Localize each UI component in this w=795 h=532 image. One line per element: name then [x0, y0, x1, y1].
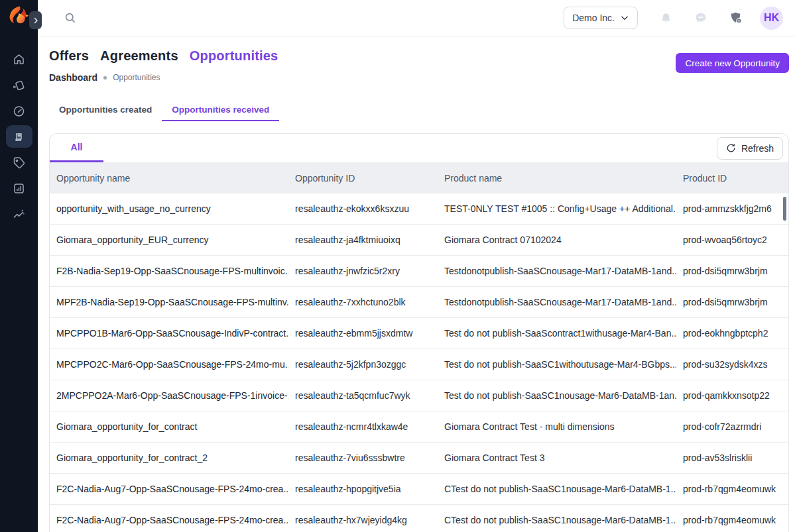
table-cell: MPCPPO2C-Mar6-Opp-SaaSCnousage-FPS-24mo-…: [50, 349, 288, 380]
table-cell: resaleauthz-ncmr4tlxkaw4e: [288, 411, 438, 442]
table-cell: resaleauthz-hpopgitjve5ia: [288, 474, 438, 504]
tab-opportunities-created[interactable]: Opportunities created: [49, 99, 162, 121]
chat-icon: [694, 11, 708, 25]
sidebar-item-pricing[interactable]: [6, 151, 32, 174]
breadcrumb: Dashboard Opportunities: [49, 72, 789, 83]
table-cell: Test do not publish-SaaScontract1withusa…: [438, 318, 676, 348]
admin-button[interactable]: [729, 11, 743, 25]
table-cell: prod-av53slrisklii: [676, 443, 788, 473]
table-cell: opportunity_with_usage_no_currency: [50, 193, 288, 224]
search-icon: [64, 11, 77, 25]
view-tabs: Opportunities created Opportunities rece…: [49, 99, 789, 121]
table-cell: prod-rb7qgm4eomuwk: [676, 505, 788, 532]
table-cell: F2C-Nadia-Aug7-Opp-SaaSCnousage-FPS-24mo…: [50, 505, 288, 532]
refresh-button[interactable]: Refresh: [717, 137, 783, 160]
main-area: Demo Inc.: [38, 0, 795, 532]
page-content: Offers Agreements Opportunities Create n…: [38, 36, 795, 532]
table-cell: resaleauthz-jnwfzic5r2xry: [288, 256, 438, 286]
create-opportunity-button[interactable]: Create new Opportunity: [676, 53, 789, 73]
table-row[interactable]: MPCPPO2C-Mar6-Opp-SaaSCnousage-FPS-24mo-…: [50, 349, 788, 380]
table-cell: prod-eokhngbptcph2: [676, 318, 788, 348]
org-selector-button[interactable]: Demo Inc.: [564, 7, 638, 29]
table-cell: MPCPPO1B-Mar6-Opp-SaaSCnousage-IndivP-co…: [50, 318, 288, 348]
messages-button[interactable]: [694, 11, 708, 25]
filter-tab-all[interactable]: All: [50, 134, 103, 162]
table-cell: TEST-0NLY TEST #1005 :: Config+Usage ++ …: [438, 193, 676, 224]
sidebar-nav: [6, 48, 32, 225]
table-row[interactable]: opportunity_with_usage_no_currencyresale…: [50, 193, 788, 225]
shield-user-icon: [729, 11, 743, 25]
notifications-button[interactable]: [658, 11, 673, 25]
table-cell: Giomara Contract Test 3: [438, 443, 676, 473]
nav-item-offers[interactable]: Offers: [49, 48, 89, 64]
sidebar-item-opportunities[interactable]: [6, 125, 32, 148]
nav-item-opportunities[interactable]: Opportunities: [190, 48, 278, 64]
chevron-right-icon: [32, 17, 40, 25]
home-icon: [12, 52, 26, 66]
tab-opportunities-received[interactable]: Opportunities received: [162, 99, 279, 121]
refresh-label: Refresh: [741, 143, 774, 154]
table-cell: Giomara_opportunity_for_contract: [50, 411, 288, 442]
phoenix-flame-logo[interactable]: [7, 5, 32, 33]
sidebar-item-analytics[interactable]: [6, 203, 32, 225]
nav-item-agreements[interactable]: Agreements: [100, 48, 178, 64]
table-cell: prod-dsi5qmrw3brjm: [676, 287, 788, 317]
table-cell: CTest do not publish-SaaSC1nousage-Mar6-…: [438, 505, 676, 532]
table-cell: Giomara_opportunity_for_contract_2: [50, 443, 288, 473]
breadcrumb-dashboard[interactable]: Dashboard: [49, 72, 97, 83]
tag-icon: [12, 156, 26, 170]
column-header-product-name: Product name: [438, 162, 676, 193]
table-cell: Giomara Contract Test - multi dimensions: [438, 411, 676, 442]
table-cell: prod-wvoaq56rtoyc2: [676, 225, 788, 255]
sidebar-item-reports[interactable]: [6, 177, 32, 199]
table-row[interactable]: F2B-Nadia-Sep19-Opp-SaaSCnousage-FPS-mul…: [50, 256, 788, 287]
table-row[interactable]: MPCPPO1B-Mar6-Opp-SaaSCnousage-IndivP-co…: [50, 318, 788, 349]
topbar: Demo Inc.: [38, 0, 795, 36]
refresh-icon: [726, 143, 736, 153]
table-header-row: Opportunity name Opportunity ID Product …: [50, 162, 788, 193]
breadcrumb-current: Opportunities: [113, 73, 160, 82]
receipt-icon: [12, 130, 26, 144]
table-row[interactable]: F2C-Nadia-Aug7-Opp-SaaSCnousage-FPS-24mo…: [50, 505, 788, 532]
avatar-initials: HK: [764, 12, 779, 24]
sidebar-expand-button[interactable]: [29, 11, 42, 29]
sidebar: [0, 0, 38, 532]
table-cell: resaleauthz-hx7wjeyidg4kg: [288, 505, 438, 532]
panel-header: All Refresh: [50, 134, 788, 162]
table-cell: Giomara_opportunity_EUR_currency: [50, 225, 288, 255]
gauge-icon: [12, 104, 26, 118]
table-row[interactable]: Giomara_opportunity_for_contractresaleau…: [50, 411, 788, 443]
bell-icon: [659, 11, 673, 25]
app-root: Demo Inc.: [0, 0, 795, 532]
column-header-product-id: Product ID: [676, 162, 788, 193]
table-row[interactable]: Giomara_opportunity_for_contract_2resale…: [50, 443, 788, 474]
opportunities-panel: All Refresh Opportunity name Opportun: [49, 133, 789, 532]
table-cell: resaleauthz-ekokxx6ksxzuu: [288, 193, 438, 224]
table-cell: Test do not publish-SaaSC1withoutusage-M…: [438, 349, 676, 380]
table-cell: resaleauthz-ja4fktmiuoixq: [288, 225, 438, 255]
table-cell: prod-qamkkxnsotp22: [676, 380, 788, 411]
table-scrollbar-thumb[interactable]: [783, 197, 786, 221]
table-cell: prod-rb7qgm4eomuwk: [676, 474, 788, 504]
search-button[interactable]: [63, 11, 78, 25]
user-avatar[interactable]: HK: [760, 7, 783, 30]
column-header-opportunity-name: Opportunity name: [50, 162, 288, 193]
title-row: Offers Agreements Opportunities Create n…: [49, 48, 789, 66]
table-cell: prod-ammzskkfjg2m6: [676, 193, 788, 224]
table-row[interactable]: MPF2B-Nadia-Sep19-Opp-SaaSCnousage-FPS-m…: [50, 287, 788, 318]
bar-chart-icon: [12, 182, 26, 195]
sidebar-item-offers[interactable]: [6, 74, 32, 96]
table-cell: Testdonotpublish-SaaSCnousage-Mar17-Data…: [438, 287, 676, 317]
breadcrumb-separator: [103, 76, 107, 80]
table-body: opportunity_with_usage_no_currencyresale…: [50, 193, 788, 532]
table-row[interactable]: F2C-Nadia-Aug7-Opp-SaaSCnousage-FPS-24mo…: [50, 474, 788, 505]
sidebar-item-home[interactable]: [6, 48, 32, 70]
trend-sparkle-icon: [12, 207, 26, 221]
table-row[interactable]: 2MPCPPO2A-Mar6-Opp-SaaSCnousage-FPS-1inv…: [50, 380, 788, 411]
sidebar-item-dashboard[interactable]: [6, 99, 32, 122]
table-cell: Testdonotpublish-SaaSCnousage-Mar17-Data…: [438, 256, 676, 286]
table-cell: resaleauthz-5j2kfpn3ozggc: [288, 349, 438, 380]
table-cell: prod-cofr72azrmdri: [676, 411, 788, 442]
table-row[interactable]: Giomara_opportunity_EUR_currencyresaleau…: [50, 225, 788, 256]
table-cell: F2B-Nadia-Sep19-Opp-SaaSCnousage-FPS-mul…: [50, 256, 288, 286]
